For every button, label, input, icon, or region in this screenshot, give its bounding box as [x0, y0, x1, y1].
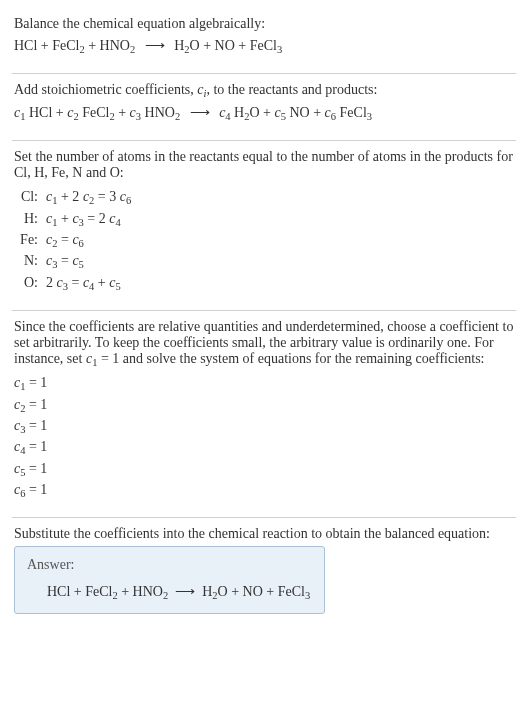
- answer-label: Answer:: [27, 557, 310, 573]
- atom-label: Cl:: [18, 187, 46, 208]
- section-problem: Balance the chemical equation algebraica…: [12, 8, 516, 73]
- coefficient-equation: c1 HCl + c2 FeCl2 + c3 HNO2 ⟶ c4 H2O + c…: [14, 103, 514, 124]
- atom-eq: c2 = c6: [46, 230, 514, 251]
- coefficients-intro: Add stoichiometric coefficients, ci, to …: [14, 82, 514, 99]
- atom-table: Cl: c1 + 2 c2 = 3 c6 H: c1 + c3 = 2 c4 F…: [18, 187, 514, 294]
- unbalanced-equation: HCl + FeCl2 + HNO2 ⟶ H2O + NO + FeCl3: [14, 36, 514, 57]
- coeff-row: c5 = 1: [14, 459, 514, 480]
- section-add-coefficients: Add stoichiometric coefficients, ci, to …: [12, 74, 516, 140]
- atom-row-o: O: 2 c3 = c4 + c5: [18, 273, 514, 294]
- atom-eq: c1 + 2 c2 = 3 c6: [46, 187, 514, 208]
- atom-row-fe: Fe: c2 = c6: [18, 230, 514, 251]
- atom-row-h: H: c1 + c3 = 2 c4: [18, 209, 514, 230]
- atom-row-cl: Cl: c1 + 2 c2 = 3 c6: [18, 187, 514, 208]
- section-answer: Substitute the coefficients into the che…: [12, 518, 516, 630]
- atom-eq: 2 c3 = c4 + c5: [46, 273, 514, 294]
- atom-eq: c1 + c3 = 2 c4: [46, 209, 514, 230]
- coefficient-list: c1 = 1 c2 = 1 c3 = 1 c4 = 1 c5 = 1 c6 = …: [14, 373, 514, 501]
- coeff-row: c6 = 1: [14, 480, 514, 501]
- answer-box: Answer: HCl + FeCl2 + HNO2 ⟶ H2O + NO + …: [14, 546, 325, 614]
- coeff-row: c4 = 1: [14, 437, 514, 458]
- solve-intro: Since the coefficients are relative quan…: [14, 319, 514, 368]
- atom-label: O:: [18, 273, 46, 294]
- atoms-intro: Set the number of atoms in the reactants…: [14, 149, 514, 181]
- atom-eq: c3 = c5: [46, 251, 514, 272]
- coeff-row: c1 = 1: [14, 373, 514, 394]
- atom-label: N:: [18, 251, 46, 272]
- problem-text: Balance the chemical equation algebraica…: [14, 16, 514, 32]
- section-atom-equations: Set the number of atoms in the reactants…: [12, 141, 516, 310]
- section-solve: Since the coefficients are relative quan…: [12, 311, 516, 518]
- answer-equation: HCl + FeCl2 + HNO2 ⟶ H2O + NO + FeCl3: [27, 583, 310, 601]
- atom-row-n: N: c3 = c5: [18, 251, 514, 272]
- atom-label: H:: [18, 209, 46, 230]
- coeff-row: c3 = 1: [14, 416, 514, 437]
- arrow: ⟶: [145, 38, 165, 53]
- answer-intro: Substitute the coefficients into the che…: [14, 526, 514, 542]
- arrow: ⟶: [190, 105, 210, 120]
- coeff-row: c2 = 1: [14, 395, 514, 416]
- atom-label: Fe:: [18, 230, 46, 251]
